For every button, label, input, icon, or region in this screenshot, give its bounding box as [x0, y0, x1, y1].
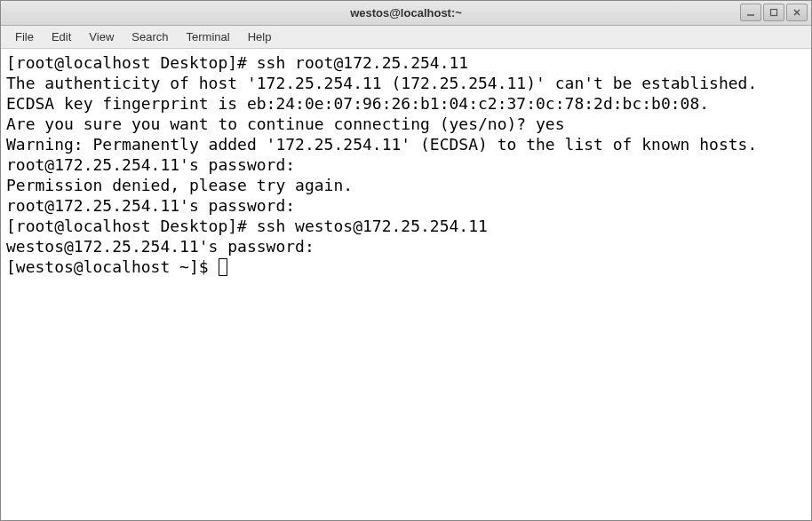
close-icon: [792, 8, 801, 17]
close-button[interactable]: [786, 4, 808, 21]
terminal-line: The authenticity of host '172.25.254.11 …: [6, 73, 806, 93]
terminal-line: westos@172.25.254.11's password:: [6, 236, 806, 257]
maximize-icon: [769, 8, 778, 17]
terminal-line: ECDSA key fingerprint is eb:24:0e:07:96:…: [6, 93, 806, 114]
terminal-line: root@172.25.254.11's password:: [6, 195, 806, 216]
window-title: westos@localhost:~: [350, 6, 462, 20]
cursor-icon: [219, 258, 227, 276]
terminal-line: Are you sure you want to continue connec…: [6, 114, 806, 134]
menu-terminal[interactable]: Terminal: [178, 28, 239, 46]
terminal-window: westos@localhost:~ File Edit View Search…: [0, 0, 812, 521]
menu-search[interactable]: Search: [123, 28, 177, 46]
terminal-output[interactable]: [root@localhost Desktop]# ssh root@172.2…: [1, 49, 811, 520]
menu-edit[interactable]: Edit: [43, 28, 80, 46]
menu-help[interactable]: Help: [239, 28, 281, 46]
terminal-line: [root@localhost Desktop]# ssh westos@172…: [6, 216, 806, 236]
menu-file[interactable]: File: [6, 28, 43, 46]
svg-rect-1: [771, 10, 777, 16]
menu-view[interactable]: View: [80, 28, 123, 46]
terminal-line: root@172.25.254.11's password:: [6, 154, 806, 175]
minimize-button[interactable]: [740, 4, 761, 21]
minimize-icon: [746, 8, 755, 17]
titlebar[interactable]: westos@localhost:~: [1, 1, 811, 26]
menubar: File Edit View Search Terminal Help: [1, 26, 811, 49]
window-controls: [740, 4, 808, 21]
terminal-line: Permission denied, please try again.: [6, 175, 806, 195]
terminal-line: [root@localhost Desktop]# ssh root@172.2…: [6, 52, 806, 73]
terminal-line: Warning: Permanently added '172.25.254.1…: [6, 134, 806, 154]
terminal-line: [westos@localhost ~]$: [6, 257, 806, 277]
maximize-button[interactable]: [763, 4, 784, 21]
